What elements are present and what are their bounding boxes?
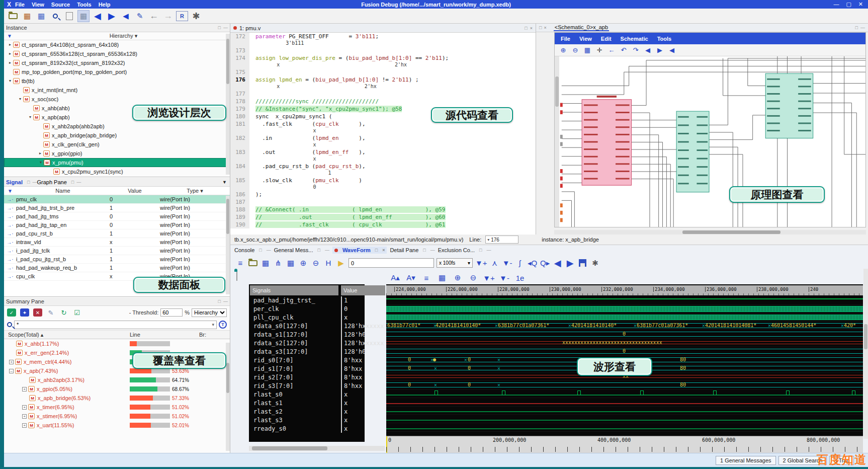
coverage-row-x_apb_bridge[interactable]: Mx_apb_bridge(6.53%)57.33%: [4, 394, 230, 403]
tree-row-mp_top_golden_port[interactable]: Mmp_top_golden_port(mp_top_golden_port): [4, 67, 230, 76]
wave-signal-name-pll_cpu_clk[interactable]: pll_cpu_clk: [251, 314, 338, 322]
popout-icon[interactable]: □: [218, 299, 221, 304]
waveform-hscrollbar[interactable]: [249, 446, 385, 451]
filter-icon[interactable]: ▼: [4, 188, 16, 194]
minimize-panel-icon[interactable]: —: [267, 248, 271, 253]
wave-signal-name-rlast_s2[interactable]: rlast_s2: [251, 407, 338, 416]
db-remove-icon[interactable]: ✕: [33, 308, 42, 317]
trace-driver-icon[interactable]: ◀: [553, 258, 563, 268]
wave-trace-rlast_s0[interactable]: [386, 389, 863, 398]
signal-row-pad_had_jtg_trst_b_pre[interactable]: →·pad_had_jtg_trst_b_pre1wire(Port In): [4, 204, 230, 212]
overview-timeline[interactable]: 0200,000,000400,000,000600,000,000800,00…: [386, 436, 863, 453]
signals-column-header[interactable]: Signals: [250, 285, 338, 295]
expand-icon[interactable]: +: [22, 423, 27, 428]
wave-signal-name-rlast_s0[interactable]: rlast_s0: [251, 390, 338, 399]
edge-icon[interactable]: ʃ: [515, 258, 525, 268]
close-tab-icon[interactable]: ×: [530, 26, 533, 31]
wave-signal-name-rdata_s0[127:0][interactable]: rdata_s0[127:0]: [251, 322, 338, 331]
tree-row-tb[interactable]: ▾Mtb(tb): [4, 76, 230, 86]
trace-back-icon[interactable]: ◀: [667, 46, 676, 55]
wave-signal-name-rid_s3[7:0][interactable]: rid_s3[7:0]: [251, 381, 338, 390]
statusbar-button-1-general-messages[interactable]: 1 General Messages: [716, 456, 776, 465]
tab-graph-pane[interactable]: Graph Pane: [37, 179, 66, 185]
popout-icon[interactable]: □: [479, 248, 482, 253]
tree-row-ct_spsram_65536x128[interactable]: ▸Mct_spsram_65536x128(ct_spsram_65536x12…: [4, 49, 230, 58]
db-open-icon[interactable]: ✦: [20, 308, 29, 317]
expand-icon[interactable]: +: [22, 405, 27, 410]
tree-row-ct_spsram_64x108[interactable]: ▸Mct_spsram_64x108(ct_spsram_64x108): [4, 40, 230, 49]
minimize-panel-icon[interactable]: —: [487, 248, 491, 253]
tree-row-ct_spsram_8192x32[interactable]: ▸Mct_spsram_8192x32(ct_spsram_8192x32): [4, 58, 230, 67]
refresh-icon[interactable]: ↻: [59, 308, 68, 317]
trace-load-icon[interactable]: ▶: [106, 10, 118, 22]
wave-signal-name-rdata_s2[127:0][interactable]: rdata_s2[127:0]: [251, 339, 338, 348]
coverage-row-x_stimer[interactable]: +Mx_stimer(6.95%)51.02%: [4, 412, 230, 421]
signal-row-pad_had_jtg_tap_en[interactable]: →·pad_had_jtg_tap_en0wire(Port In): [4, 221, 230, 229]
nav-forward-icon[interactable]: →: [162, 10, 174, 22]
tree-row-x_ahb2apb[interactable]: Mx_ahb2apb(ahb2apb): [4, 122, 230, 131]
redo-icon[interactable]: ↷: [631, 46, 640, 55]
wave-signal-name-rid_s0[7:0][interactable]: rid_s0[7:0]: [251, 356, 338, 365]
coverage-row-x_ahb2apb[interactable]: Mx_ahb2apb(3.17%)64.71%: [4, 375, 230, 384]
memory-window-icon[interactable]: ▦: [21, 10, 33, 22]
wave-trace-rdata_s0[127:0][interactable]: ×××××××6381b77c01*42014181410140*6381b77…: [386, 322, 863, 330]
coverage-search-input[interactable]: *▾: [14, 321, 217, 329]
popout-icon[interactable]: □: [71, 180, 74, 185]
collapse-icon[interactable]: ▼: [222, 180, 227, 185]
signal-row-i_pad_cpu_jtg_rst_b[interactable]: →·i_pad_cpu_jtg_rst_b1wire(Port In): [4, 255, 230, 264]
code-editor[interactable]: 172parameter PG_RESET_OFF = 3'b111; 3'b1…: [230, 33, 536, 234]
reload-r-icon[interactable]: R: [176, 11, 188, 21]
tab-exclusion-co-[interactable]: Exclusion Co...□—: [438, 247, 491, 253]
wave-trace-pad_had_jtg_trst_[interactable]: [386, 296, 863, 305]
coverage-row-x_timer[interactable]: +Mx_timer(6.95%)51.02%: [4, 403, 230, 412]
hierarchy-column-header[interactable]: Hierarchy ▾: [17, 33, 230, 39]
edit-check-icon[interactable]: ☑: [72, 308, 81, 317]
wave-trace-rdata_s3[127:0][interactable]: 0: [386, 347, 863, 356]
name-column-header[interactable]: Name: [16, 188, 110, 194]
wave-signal-name-rlast_s1[interactable]: rlast_s1: [251, 399, 338, 407]
filter-add-icon[interactable]: ▼+: [483, 272, 495, 284]
hierarchy-icon[interactable]: ⋔: [273, 258, 283, 268]
font-smaller-icon[interactable]: A▾: [405, 272, 417, 284]
minimize-panel-icon[interactable]: —: [76, 180, 81, 185]
scope-column-header[interactable]: Scope(Total) ▴: [4, 332, 130, 338]
schematic-menu-tools[interactable]: Tools: [657, 36, 672, 42]
wave-trace-per_clk[interactable]: [386, 305, 863, 314]
trace-load-icon[interactable]: ▶: [565, 258, 575, 268]
menu-file[interactable]: File: [15, 2, 25, 8]
minimize-panel-icon[interactable]: —: [32, 180, 37, 185]
summary-scrollbar[interactable]: [226, 343, 230, 451]
tree-row-x_clk_gen[interactable]: Mx_clk_gen(clk_gen): [4, 140, 230, 149]
active-view-icon[interactable]: ▦: [77, 10, 90, 22]
signal-row-pad_had_jtg_tms[interactable]: →·pad_had_jtg_tms0wire(Port In): [4, 212, 230, 221]
maximize-button[interactable]: ▢: [846, 1, 851, 8]
signal-row-pad_cpu_rst_b[interactable]: →·pad_cpu_rst_b1wire(Port In): [4, 229, 230, 238]
popout-icon[interactable]: □: [259, 248, 262, 253]
zoom-in-icon[interactable]: ⊕: [298, 258, 308, 268]
wave-signal-name-rid_s2[7:0][interactable]: rid_s2[7:0]: [251, 373, 338, 381]
expand-icon[interactable]: +: [22, 387, 27, 392]
open-folder-icon[interactable]: [7, 10, 19, 22]
instance-scrollbar[interactable]: [226, 34, 230, 175]
schematic-menu-view[interactable]: View: [579, 36, 592, 42]
time-unit-select[interactable]: x 100fs▾: [437, 258, 473, 268]
tree-row-x_cpu2pmu_sync1[interactable]: Mx_cpu2pmu_sync1(sync): [4, 167, 230, 176]
expander-icon[interactable]: ▸: [7, 49, 13, 58]
schematic-vscrollbar[interactable]: [555, 56, 559, 227]
schematic-menu-schematic[interactable]: Schematic: [621, 36, 648, 42]
open-folder-icon[interactable]: [248, 258, 258, 268]
wave-signal-name-rdata_s3[127:0][interactable]: rdata_s3[127:0]: [251, 348, 338, 356]
coverage-row-x_ahb[interactable]: Mx_ahb(1.17%): [4, 339, 230, 348]
filter-remove-icon[interactable]: ▼-: [502, 258, 512, 268]
line-number-combo[interactable]: ▾176: [485, 236, 518, 244]
type-column-header[interactable]: Type ▾: [160, 188, 230, 194]
exp-icon[interactable]: 1e: [514, 272, 526, 284]
signal-row-had_pad_wakeup_req_b[interactable]: →·had_pad_wakeup_req_b1wire(Port In): [4, 264, 230, 272]
wave-signal-name-rdata_s1[127:0][interactable]: rdata_s1[127:0]: [251, 331, 338, 339]
trash-icon[interactable]: [236, 272, 237, 281]
coverage-row-x_uart[interactable]: +Mx_uart(11.55%)52.01%: [4, 421, 230, 430]
time-ruler[interactable]: 224,000,000226,000,000228,000,000230,000…: [386, 285, 863, 295]
wave-trace-rlast_s3[interactable]: [386, 415, 863, 423]
undo-icon[interactable]: ↶: [619, 46, 628, 55]
menu-icon[interactable]: ≡: [420, 272, 432, 284]
